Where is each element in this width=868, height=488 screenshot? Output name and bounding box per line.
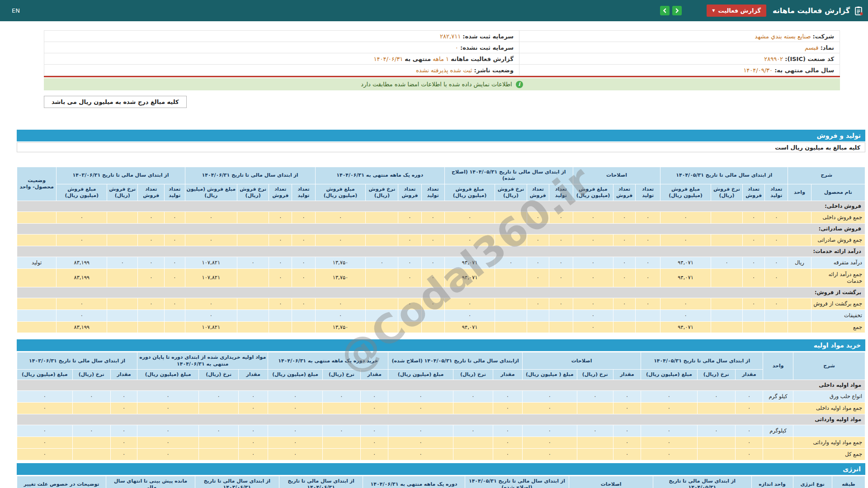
- cell: [269, 310, 292, 321]
- chevron-down-icon: ▼: [712, 9, 715, 13]
- company-name-link[interactable]: صنايع بسته بندي مشهد: [755, 33, 811, 40]
- cell: ۰: [522, 403, 577, 414]
- header-cell: نرخ (ریال): [322, 370, 360, 380]
- header-cell: تعداد تولید: [636, 184, 660, 201]
- header-cell: مقدار: [613, 370, 641, 380]
- cell: [453, 437, 493, 449]
- info-row: کد صنعت (ISIC): ۲۸۹۹۰۲ گزارش فعالیت ماها…: [44, 53, 840, 65]
- cell: ۰: [735, 403, 763, 414]
- cell: ۰: [453, 391, 493, 403]
- cell: ۰: [444, 235, 495, 246]
- header-cell: از ابتدای سال مالی تا تاریخ ۱۴۰۴/۰۶/۳۱: [279, 476, 363, 488]
- cell: [199, 403, 239, 414]
- isic-value: ۲۸۹۹۰۲: [764, 56, 783, 62]
- cell: جمع مواد اولیه وارداتی: [793, 437, 865, 449]
- cell: [577, 403, 613, 414]
- cell: ۰: [185, 298, 237, 310]
- section-bar-production-sales: تولید و فروش: [17, 130, 865, 141]
- header-cell: نرخ فروش (ریال): [237, 184, 269, 201]
- cell: مواد اولیه داخلی: [17, 380, 865, 391]
- cell: ۰: [17, 403, 73, 414]
- prev-report-button[interactable]: [660, 6, 670, 15]
- cell: [697, 437, 735, 449]
- cell: ۰: [641, 425, 697, 437]
- cell: ۰: [641, 437, 697, 449]
- table-row: جمع کل۰۰۰۰۰۰۰۰۰۰۰۰: [17, 448, 865, 460]
- period-months: ۱ ماهه: [433, 56, 449, 62]
- cell: ۰: [17, 425, 73, 437]
- cell: ۰: [636, 268, 660, 287]
- cell: ۰: [268, 437, 323, 449]
- cell: ۰: [660, 235, 711, 246]
- next-report-button[interactable]: [672, 6, 682, 15]
- info-row: شرکت: صنايع بسته بندي مشهد سرمایه ثبت شد…: [44, 31, 840, 42]
- cell: [199, 448, 239, 460]
- cell: ۰: [697, 425, 735, 437]
- cell: [549, 310, 573, 321]
- header-cell: مواد اولیه خریداری شده از ابتدای دوره تا…: [137, 352, 268, 370]
- cell: ۰: [361, 448, 388, 460]
- cell: [237, 212, 269, 224]
- report-type-button[interactable]: گزارش فعالیت ▼: [707, 5, 766, 17]
- header-cell: مبلغ فروش (میلیون ریال): [444, 184, 495, 201]
- cell: ۰: [577, 391, 613, 403]
- cell: [17, 310, 57, 321]
- header-cell: مبلغ فروش (میلیون ریال): [315, 184, 366, 201]
- cell: ۰: [361, 425, 388, 437]
- cell: برگشت از فروش:: [17, 287, 865, 298]
- language-toggle[interactable]: EN: [12, 7, 20, 14]
- capital-registered-cell: سرمایه ثبت شده: ۲۸۲,۷۱۱: [44, 31, 519, 42]
- cell: [17, 235, 57, 246]
- cell: ۰: [573, 310, 613, 321]
- cell: ۰: [549, 235, 573, 246]
- cell: ۰: [165, 298, 185, 310]
- symbol-cell: نماد: قبسم: [519, 42, 840, 53]
- cell: ۰: [636, 212, 660, 224]
- cell: ۰: [493, 448, 522, 460]
- table-row: جمع فروش داخلی۰۰۰۰۰۰۰۰۰۰۰۰۰۰۰۰۰۰: [17, 212, 865, 224]
- publisher-status-value: ثبت شده پذیرفته نشده: [416, 67, 472, 74]
- report-period-cell: گزارش فعالیت ماهانه ۱ ماهه منتهی به ۱۴۰۴…: [44, 53, 519, 65]
- cell: [711, 268, 742, 287]
- header-cell: مبلغ فروش (میلیون ریال): [573, 184, 613, 201]
- header-cell: اصلاحات: [522, 352, 641, 370]
- cell: [366, 310, 398, 321]
- cell: [17, 212, 57, 224]
- header-cell: مانده پیش بینی تا انتهای سال مالی: [106, 476, 195, 488]
- cell: ۰: [137, 437, 199, 449]
- cell: تخفیفات: [811, 310, 865, 321]
- cell: [366, 268, 398, 287]
- cell: [366, 212, 398, 224]
- cell: ۰: [765, 268, 788, 287]
- header-cell: از ابتدای سال مالی تا تاریخ ۱۴۰۳/۰۶/۳۱: [195, 476, 279, 488]
- cell: ۱۳,۷۵۰: [315, 268, 366, 287]
- cell: ۰: [641, 391, 697, 403]
- cell: ۰: [199, 425, 239, 437]
- cell: ۰: [527, 235, 549, 246]
- cell: ۰: [421, 212, 444, 224]
- cell: [322, 437, 360, 449]
- cell: ۰: [110, 403, 137, 414]
- cell: [72, 403, 110, 414]
- header-cell: نرخ (ریال): [72, 370, 110, 380]
- publisher-status-cell: وضعیت ناشر: ثبت شده پذیرفته نشده: [44, 65, 519, 76]
- cell: ۰: [322, 425, 360, 437]
- cell: ۰: [613, 437, 641, 449]
- table-row: درآمد متفرقهریال۰۰۰۹۴,۰۷۱۰۰۰۰۰۰۹۴,۰۷۱۰۰۰…: [17, 257, 865, 268]
- cell: [527, 310, 549, 321]
- amounts-unit-note: کلیه مبالغ به میلیون ریال است: [17, 142, 865, 152]
- cell: ۰: [495, 257, 527, 268]
- cell: [495, 212, 527, 224]
- cell: [697, 448, 735, 460]
- cell: ۰: [137, 448, 199, 460]
- cell: [763, 448, 793, 460]
- header-cell: مقدار: [361, 370, 388, 380]
- cell: ۰: [107, 257, 138, 268]
- cell: ۰: [398, 257, 421, 268]
- header-cell: از ابتدای سال مالی تا تاریخ ۱۴۰۴/۰۵/۳۱: [660, 167, 788, 184]
- cell: ۰: [613, 298, 635, 310]
- cell: ۰: [573, 321, 613, 333]
- cell: ۰: [636, 235, 660, 246]
- header-cell: تعداد تولید: [165, 184, 185, 201]
- cell: [292, 310, 315, 321]
